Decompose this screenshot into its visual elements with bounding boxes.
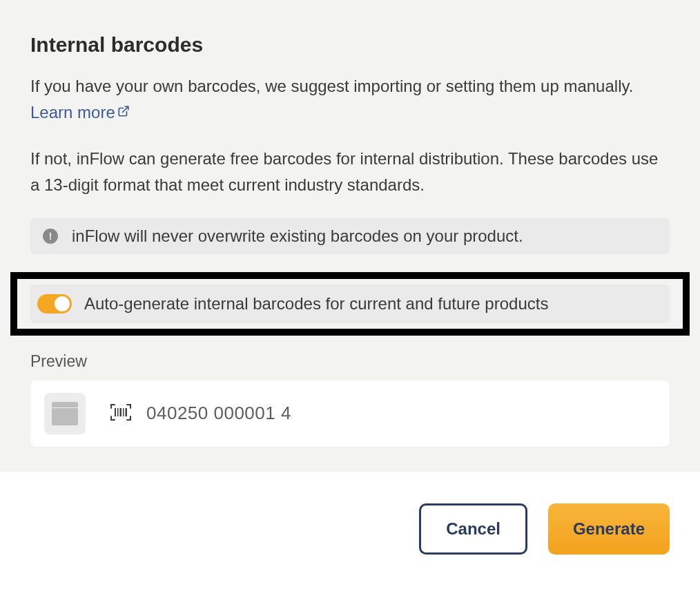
toggle-knob	[55, 296, 70, 311]
info-text: inFlow will never overwrite existing bar…	[72, 227, 523, 246]
intro-text: If you have your own barcodes, we sugges…	[30, 77, 633, 95]
preview-card: 040250 000001 4	[30, 381, 670, 447]
svg-rect-3	[120, 408, 122, 416]
svg-line-0	[122, 106, 128, 112]
info-banner: ! inFlow will never overwrite existing b…	[30, 218, 670, 254]
auto-generate-toggle-row[interactable]: Auto-generate internal barcodes for curr…	[30, 285, 670, 323]
barcode-row: 040250 000001 4	[110, 403, 291, 424]
svg-rect-5	[126, 408, 128, 416]
intro-paragraph-1: If you have your own barcodes, we sugges…	[30, 73, 670, 125]
settings-panel: Internal barcodes If you have your own b…	[0, 0, 700, 472]
learn-more-text: Learn more	[30, 103, 115, 122]
intro-paragraph-2: If not, inFlow can generate free barcode…	[30, 146, 670, 197]
generate-button[interactable]: Generate	[548, 503, 670, 555]
external-link-icon	[117, 99, 130, 124]
svg-rect-4	[123, 408, 124, 416]
product-icon	[44, 393, 86, 434]
svg-rect-1	[115, 408, 116, 416]
barcode-value: 040250 000001 4	[146, 403, 291, 424]
cancel-button[interactable]: Cancel	[419, 503, 527, 555]
footer-actions: Cancel Generate	[0, 472, 700, 582]
preview-label: Preview	[30, 352, 670, 371]
highlighted-toggle-frame: Auto-generate internal barcodes for curr…	[10, 272, 690, 336]
auto-generate-toggle-label: Auto-generate internal barcodes for curr…	[84, 294, 548, 314]
auto-generate-toggle[interactable]	[37, 294, 72, 314]
learn-more-link[interactable]: Learn more	[30, 103, 130, 122]
barcode-icon	[110, 404, 131, 423]
svg-rect-2	[117, 408, 119, 416]
page-title: Internal barcodes	[30, 33, 670, 57]
info-icon: !	[43, 229, 58, 244]
